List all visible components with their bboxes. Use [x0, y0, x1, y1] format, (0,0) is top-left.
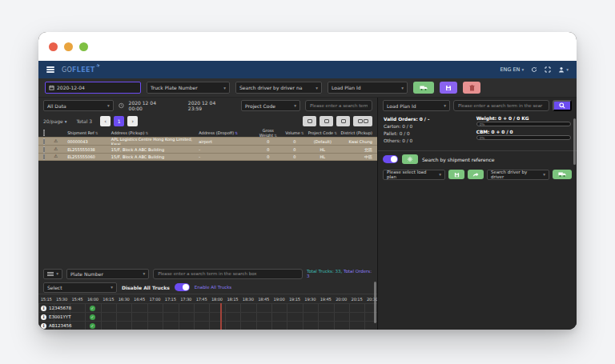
user-menu[interactable]: ▾ — [558, 66, 569, 73]
col-shipment-ref[interactable]: Shipment Ref⇅ — [67, 130, 111, 135]
logo-text-suffix: FLEET — [72, 66, 94, 74]
settings-button[interactable] — [402, 154, 418, 164]
chevron-down-icon: ▾ — [65, 119, 67, 124]
delete-button[interactable] — [463, 82, 480, 94]
orders-search-input[interactable] — [305, 100, 372, 111]
weight-progress-value: 0% — [480, 122, 485, 126]
cbm-text: CBM: 0 + 0 / 0 — [476, 130, 571, 134]
toggle-knob — [391, 156, 397, 162]
truck-search-input[interactable] — [153, 269, 303, 279]
timeline-truck-row[interactable]: iAB123456✓ — [38, 321, 377, 330]
all-data-select[interactable]: All Data ▾ — [43, 100, 114, 111]
timeline-tick: 15:30 — [54, 297, 69, 302]
assign-truck-button[interactable] — [553, 170, 572, 179]
plane-icon: ✈ — [95, 62, 101, 68]
timeline-tick: 16:15 — [101, 297, 116, 302]
window-titlebar — [38, 32, 577, 61]
truck-icon — [420, 85, 428, 91]
dispatch-truck-button[interactable] — [413, 82, 434, 94]
cell-gross-weight: 0 — [253, 154, 283, 159]
search-by-reference-toggle[interactable] — [383, 155, 398, 163]
driver-search-select[interactable]: Search driver by driver na ▾ — [235, 82, 322, 94]
close-window-button[interactable] — [49, 42, 58, 51]
total-trucks-text: Total Trucks: 33, — [307, 269, 342, 274]
expand-table-button[interactable] — [353, 116, 372, 126]
row-checkbox[interactable] — [43, 138, 45, 145]
page-1-button[interactable]: 1 — [114, 116, 124, 126]
table-row[interactable]: ⚠ EL255555060 15/F, Block A ABC Building… — [38, 153, 377, 161]
plate-number-select[interactable]: Plate Number ▾ — [66, 269, 149, 279]
date-picker[interactable]: 2020-12-04 — [45, 82, 141, 94]
load-plan-id-select[interactable]: Load Plan Id ▾ — [383, 100, 450, 111]
language-select[interactable]: ENG EN ▾ — [500, 66, 524, 73]
col-project-code[interactable]: Project Code⇅ — [306, 130, 339, 135]
save-plan-button[interactable] — [440, 82, 457, 94]
calendar-icon — [49, 85, 54, 90]
truck-plate-select[interactable]: Truck Plate Number ▾ — [147, 82, 230, 94]
chevron-down-icon: ▾ — [543, 172, 545, 177]
copy-button[interactable] — [336, 116, 350, 126]
refresh-button[interactable] — [531, 66, 537, 73]
date-value: 2020-12-04 — [57, 85, 85, 90]
table-row[interactable]: ⚠ EL255555038 15/F, Block A ABC Building… — [38, 145, 377, 153]
weight-progress-bar: 0% — [476, 122, 571, 126]
info-icon[interactable]: i — [41, 323, 46, 329]
save-load-plan-button[interactable] — [448, 170, 464, 179]
row-checkbox[interactable] — [43, 154, 45, 160]
user-icon — [558, 66, 565, 73]
info-icon[interactable]: i — [41, 314, 46, 320]
cell-shipment-ref: EL255555060 — [67, 154, 111, 159]
gear-icon — [407, 156, 413, 162]
share-load-plan-button[interactable] — [468, 170, 484, 179]
minimize-window-button[interactable] — [64, 42, 73, 51]
chevron-down-icon: ▾ — [143, 271, 145, 276]
row-checkbox[interactable] — [43, 146, 45, 153]
col-address-pickup[interactable]: Address (Pickup)⇅ — [111, 130, 199, 135]
save-icon — [454, 172, 460, 178]
timeline-truck-row[interactable]: i12345678✓ — [38, 303, 377, 312]
archive-button[interactable] — [320, 116, 333, 126]
timeline-truck-row[interactable]: iE3001YYT✓ — [38, 312, 377, 321]
timeline-tick: 18:00 — [209, 297, 224, 302]
next-page-button[interactable]: › — [127, 116, 138, 126]
app-logo: GOFLEET ✈ — [62, 66, 95, 74]
project-code-select[interactable]: Project Code ▾ — [241, 100, 300, 111]
cell-shipment-ref: EL255555038 — [67, 147, 111, 152]
timeline-rows: i12345678✓iE3001YYT✓iAB123456✓ — [38, 303, 377, 330]
col-address-dropoff[interactable]: Address (Dropoff)⇅ — [199, 130, 253, 135]
col-district-pickup[interactable]: District (Pickup) — [340, 130, 372, 135]
truck-timeline: 15:1515:3015:4516:0016:1516:3016:4517:00… — [38, 294, 377, 330]
truck-select[interactable]: Select ▾ — [43, 282, 117, 293]
table-row[interactable]: ⚠ 00000043 APL Logistics Centre Hong Kon… — [38, 137, 377, 145]
menu-icon[interactable] — [46, 66, 54, 73]
prev-page-button[interactable]: ‹ — [100, 116, 111, 126]
chevron-down-icon: ▾ — [107, 103, 110, 108]
per-page-select[interactable]: 20/page ▾ — [43, 118, 66, 124]
search-button[interactable] — [553, 100, 572, 111]
chevron-down-icon: ▾ — [223, 86, 226, 90]
load-plan-select[interactable]: Load Plan Id ▾ — [328, 82, 408, 94]
fullscreen-button[interactable] — [545, 66, 551, 73]
disable-all-trucks-toggle[interactable] — [175, 283, 190, 291]
select-load-plan-select[interactable]: Please select load plan ▾ — [383, 170, 445, 180]
columns-button[interactable] — [303, 116, 316, 126]
maximize-window-button[interactable] — [79, 42, 88, 51]
header-actions: ENG EN ▾ ▾ — [500, 66, 569, 73]
left-scrollbar[interactable] — [374, 282, 376, 323]
driver-search-label: Search driver by driver na — [239, 85, 302, 90]
load-plan-search-input[interactable] — [453, 100, 549, 111]
col-volume[interactable]: Volume⇅ — [283, 130, 306, 135]
enable-all-trucks-link[interactable]: Enable All Trucks — [195, 285, 231, 290]
clock-icon — [119, 102, 124, 109]
info-icon[interactable]: i — [41, 306, 46, 311]
search-by-reference-label: Search by shipment reference — [422, 157, 494, 162]
cell-address-pickup: 15/F, Block A ABC Building — [111, 147, 199, 152]
driver-select[interactable]: Search driver by driver ▾ — [487, 170, 549, 180]
time-to: 2020 12 04 23:59 — [188, 100, 225, 111]
right-scrollbar[interactable] — [573, 118, 576, 165]
cell-gross-weight: 0 — [253, 139, 283, 144]
per-page-label: 20/page — [43, 118, 63, 124]
view-mode-select[interactable]: ▾ — [43, 269, 62, 279]
copy-icon — [341, 119, 346, 123]
select-all-checkbox[interactable] — [43, 130, 45, 136]
